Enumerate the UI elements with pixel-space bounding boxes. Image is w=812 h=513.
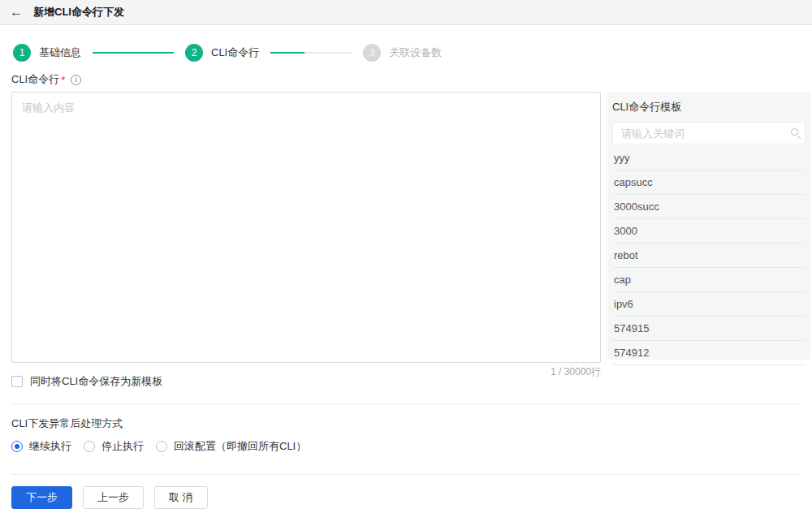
stepper: 1基础信息2CLI命令行3关联设备数	[13, 44, 453, 62]
template-list-item[interactable]: ipv6	[612, 292, 806, 317]
footer-actions: 下一步 上一步 取 消	[11, 486, 218, 509]
save-as-template-option[interactable]: 同时将CLI命令保存为新模板	[11, 374, 162, 389]
radio-label: 停止执行	[102, 439, 144, 454]
template-list-item[interactable]: 574915	[612, 317, 806, 341]
next-button[interactable]: 下一步	[11, 486, 72, 509]
template-list-item[interactable]: 3000	[612, 219, 806, 244]
step-label-3: 关联设备数	[389, 45, 442, 60]
radio-circle[interactable]	[156, 441, 167, 452]
template-list-item[interactable]: cap	[612, 268, 806, 292]
template-list-item[interactable]: rebot	[612, 244, 806, 268]
info-icon[interactable]: i	[71, 75, 81, 85]
template-search-input[interactable]	[612, 122, 806, 144]
page-title: 新增CLI命令行下发	[33, 5, 124, 19]
cli-command-textarea[interactable]	[11, 92, 601, 363]
exception-radio-group: 继续执行停止执行回滚配置（即撤回所有CLI）	[11, 439, 318, 454]
save-as-template-label: 同时将CLI命令保存为新模板	[30, 374, 162, 389]
template-panel-title: CLI命令行模板	[607, 92, 810, 122]
exception-section-title: CLI下发异常后处理方式	[11, 416, 123, 431]
search-icon[interactable]	[791, 128, 798, 136]
step-circle-3: 3	[363, 44, 381, 62]
cli-field-label-text: CLI命令行	[11, 72, 59, 87]
radio-label: 继续执行	[29, 439, 71, 454]
save-as-template-checkbox[interactable]	[11, 376, 23, 387]
footer-divider	[11, 474, 801, 475]
step-circle-1: 1	[13, 44, 31, 62]
step-circle-2: 2	[185, 44, 203, 62]
template-list-item[interactable]: 574912	[612, 341, 806, 365]
back-arrow-icon[interactable]: ←	[10, 6, 23, 19]
cancel-button[interactable]: 取 消	[154, 486, 208, 509]
radio-circle[interactable]	[84, 441, 95, 452]
radio-option-1[interactable]: 继续执行	[11, 439, 71, 454]
cli-template-panel: CLI命令行模板 yyycapsucc3000succ3000rebotcapi…	[607, 92, 810, 360]
required-asterisk: *	[61, 74, 65, 86]
template-search	[612, 122, 806, 144]
template-list: yyycapsucc3000succ3000rebotcapipv6574915…	[612, 146, 806, 365]
step-label-2: CLI命令行	[211, 45, 259, 60]
template-list-item[interactable]: yyy	[612, 146, 806, 170]
radio-circle[interactable]	[11, 441, 23, 452]
radio-option-3[interactable]: 回滚配置（即撤回所有CLI）	[156, 439, 306, 454]
radio-option-2[interactable]: 停止执行	[84, 439, 144, 454]
step-connector-2	[270, 52, 352, 54]
previous-button[interactable]: 上一步	[83, 486, 144, 509]
radio-label: 回滚配置（即撤回所有CLI）	[174, 439, 306, 454]
cli-field-label: CLI命令行* i	[11, 72, 81, 87]
section-divider	[11, 403, 801, 404]
template-list-item[interactable]: capsucc	[612, 170, 806, 195]
page-header: ← 新增CLI命令行下发	[0, 0, 812, 25]
step-label-1: 基础信息	[39, 45, 81, 60]
step-connector-1	[93, 52, 174, 54]
template-list-item[interactable]: 3000succ	[612, 195, 806, 219]
